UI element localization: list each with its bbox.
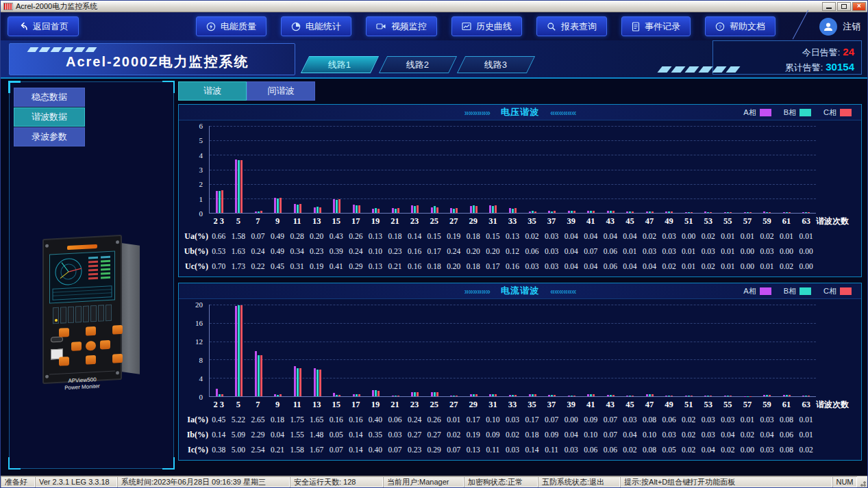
nav-button-help-doc[interactable]: ?帮助文档: [705, 16, 776, 36]
bar: [258, 355, 260, 396]
bar: [453, 209, 455, 213]
table-cell: 0.04: [601, 232, 621, 240]
event-record-icon: [632, 22, 640, 31]
device-dpad: [70, 326, 112, 366]
subtab-2[interactable]: 间谐波: [247, 81, 315, 101]
table-row: Ib(%)0.145.092.290.041.551.480.050.140.3…: [179, 427, 861, 442]
sidebar-item-3[interactable]: 录波参数: [14, 127, 85, 146]
close-button[interactable]: ×: [852, 2, 866, 11]
bar: [414, 392, 416, 396]
table-cell: 0.02: [640, 232, 660, 240]
table-cell: 0.49: [268, 232, 288, 240]
harmonic-order-label: 37: [542, 400, 562, 410]
bar-group: [503, 305, 523, 396]
bar-group: [210, 126, 230, 213]
nav-button-energy-stats[interactable]: 电能统计: [281, 16, 351, 36]
table-cell: 0.04: [581, 232, 601, 240]
nav-button-label: 事件记录: [645, 21, 680, 33]
table-cell: 0.06: [581, 446, 601, 454]
table-cell: 0.04: [640, 262, 660, 270]
nav-button-history-curve[interactable]: 历史曲线: [451, 16, 522, 36]
bar: [704, 396, 706, 396]
table-cell: 0.03: [503, 446, 523, 454]
table-cell: 0.06: [777, 431, 797, 439]
row-label: Ua(%): [179, 231, 209, 242]
bar-group: [640, 126, 660, 213]
table-cell: 0.22: [248, 262, 268, 270]
table-cell: 0.01: [718, 232, 738, 240]
y-tick-label: 0: [199, 393, 203, 401]
subtab-1[interactable]: 谐波: [178, 81, 247, 101]
line-tab-1[interactable]: 线路1: [301, 56, 379, 73]
bar: [219, 191, 221, 213]
table-cell: 0.03: [698, 415, 718, 424]
table-cell: 0.10: [366, 247, 386, 255]
sidebar-item-1[interactable]: 稳态数据: [14, 88, 85, 107]
bar: [509, 395, 511, 396]
table-cell: 0.03: [542, 232, 562, 240]
line-tab-2[interactable]: 线路2: [379, 56, 457, 73]
header-band: Acrel-2000Z电力监控系统 线路1线路2线路3 今日告警:24 累计告警…: [1, 40, 867, 79]
bar: [333, 199, 335, 213]
table-cell: 0.49: [268, 247, 288, 255]
sidebar-item-2[interactable]: 谐波数据: [14, 107, 85, 127]
bar-group: [308, 305, 327, 396]
bar: [707, 212, 709, 213]
nav-button-label: 电能统计: [306, 21, 341, 33]
nav-button-event-record[interactable]: 事件记录: [621, 16, 691, 36]
nav-button-report-query[interactable]: 报表查询: [536, 16, 607, 36]
table-cell: 0.27: [405, 431, 425, 439]
table-cell: 0.00: [561, 415, 581, 424]
y-tick-label: 2: [199, 180, 203, 188]
harmonic-order-label: 29: [464, 400, 484, 410]
harmonic-order-label: 43: [601, 400, 621, 410]
minimize-button[interactable]: [822, 2, 836, 11]
table-cell: 0.02: [738, 431, 758, 439]
chevrons-right-icon: »»»»»»: [464, 107, 490, 118]
bar: [235, 159, 237, 213]
harmonic-order-label: 2 3: [209, 400, 229, 410]
maximize-button[interactable]: [837, 2, 851, 11]
bar-group: [581, 126, 601, 213]
table-cell: 0.12: [503, 247, 523, 255]
bar: [395, 396, 397, 396]
table-cell: 0.16: [503, 262, 523, 270]
harmonic-order-label: 9: [268, 400, 288, 410]
resize-grip[interactable]: [857, 476, 867, 487]
bar: [509, 208, 511, 213]
system-title-panel: Acrel-2000Z电力监控系统: [9, 43, 295, 75]
bar: [587, 394, 589, 396]
bar-group: [484, 126, 504, 213]
table-cell: 0.04: [620, 232, 640, 240]
bar: [475, 206, 478, 213]
nav-button-label: 帮助文档: [730, 21, 765, 33]
harmonic-order-label: 39: [561, 216, 581, 227]
table-cell: 0.14: [522, 446, 542, 454]
logout-button[interactable]: 注销: [843, 21, 860, 33]
y-tick-label: 4: [199, 151, 203, 159]
back-home-button[interactable]: 返回首页: [8, 16, 79, 36]
bar-group: [699, 305, 719, 396]
bar-group: [405, 305, 425, 396]
bar-group: [445, 126, 464, 213]
content-area: 稳态数据谐波数据录波参数: [1, 79, 867, 477]
bar: [411, 392, 413, 396]
bar: [470, 394, 472, 396]
table-cell: 0.06: [522, 247, 542, 255]
bar: [685, 212, 687, 213]
bar: [512, 395, 514, 396]
table-cell: 0.45: [268, 262, 288, 270]
table-cell: 2.54: [248, 446, 268, 454]
bar-group: [347, 126, 367, 213]
line-tab-3[interactable]: 线路3: [457, 56, 535, 73]
bar: [632, 396, 634, 396]
nav-button-power-quality[interactable]: 电能质量: [196, 16, 266, 36]
table-cell: 0.41: [326, 262, 346, 270]
table-cell: 0.08: [640, 446, 660, 454]
table-cell: 0.15: [424, 232, 444, 240]
bar: [277, 395, 279, 396]
nav-button-video-monitor[interactable]: 视频监控: [366, 16, 437, 36]
bar: [492, 394, 494, 396]
minimize-icon: [826, 8, 832, 9]
table-cell: 0.13: [366, 262, 386, 270]
